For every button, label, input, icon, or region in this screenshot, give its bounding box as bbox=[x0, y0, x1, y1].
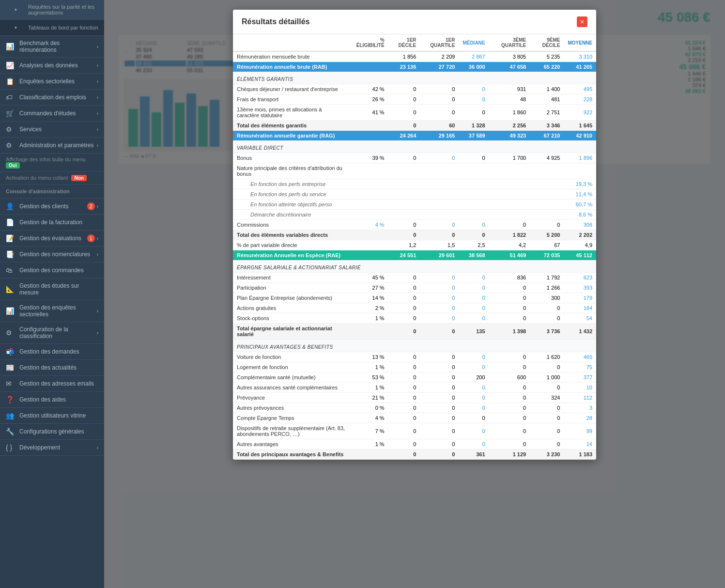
cell-label: Total des éléments garantis bbox=[233, 121, 349, 131]
cell-value bbox=[459, 163, 489, 174]
cell-value: 2 256 bbox=[489, 121, 530, 131]
toggle-menu-collant: Activation du menu collant Non bbox=[0, 172, 104, 173]
sidebar-item-classification[interactable]: 🏷 Classification des emplois › bbox=[0, 90, 104, 106]
clipboard-icon: 📋 bbox=[6, 77, 15, 85]
cell-value: 1 856 bbox=[388, 51, 420, 62]
cell-value: 37 589 bbox=[459, 131, 489, 141]
sidebar-item-services[interactable]: ⚙ Services › bbox=[0, 122, 104, 138]
cell-value: 3 805 bbox=[489, 51, 530, 62]
sidebar-item-requetes[interactable]: • Requêtes sur la parité et les augmenta… bbox=[0, 0, 104, 20]
sidebar: • Requêtes sur la parité et les augmenta… bbox=[0, 0, 104, 173]
cell-value: 23 136 bbox=[388, 62, 420, 72]
modal-title: Résultats détaillés bbox=[242, 17, 310, 26]
sidebar-item-tableaux[interactable]: • Tableaux de bord par fonction bbox=[0, 20, 104, 36]
cell-value: 0 bbox=[388, 94, 420, 105]
modal-resultats-detailles: Résultats détaillés × % ÉLIGIBILITÉ 1ER … bbox=[233, 10, 596, 173]
cell-value: 1 400 bbox=[530, 84, 564, 94]
col-header-moyenne: MOYENNE bbox=[564, 34, 596, 51]
cell-value: 0 bbox=[459, 94, 489, 105]
cell-value: 36 000 bbox=[459, 62, 489, 72]
sidebar-item-enquetes[interactable]: 📋 Enquêtes sectorielles › bbox=[0, 74, 104, 90]
cell-value: 0 bbox=[420, 84, 459, 94]
cell-value: 0 bbox=[459, 84, 489, 94]
cell-value: 2 209 bbox=[420, 51, 459, 62]
cart-icon: 🛒 bbox=[6, 109, 15, 117]
cell-label: 13ème mois, primes et allocations à cara… bbox=[233, 105, 349, 121]
table-row: Bonus39 %0001 7004 9251 896 bbox=[233, 153, 596, 163]
cell-value: 0 bbox=[388, 84, 420, 94]
modal-overlay[interactable]: Résultats détaillés × % ÉLIGIBILITÉ 1ER … bbox=[104, 0, 725, 173]
col-header-decile9: 9ÈME DÉCILE bbox=[530, 34, 564, 51]
cell-value bbox=[530, 163, 564, 174]
col-header-mediane: MÉDIANE bbox=[459, 34, 489, 51]
bullet-icon: • bbox=[15, 24, 24, 31]
admin-icon: ⚙ bbox=[6, 141, 15, 149]
cell-value: 2 751 bbox=[530, 105, 564, 121]
cell-value bbox=[349, 131, 388, 141]
table-row: Chèques déjeuner / restaurant d'entrepri… bbox=[233, 84, 596, 94]
cell-value: 0 bbox=[459, 105, 489, 121]
cell-label: Rémunération annuelle brute (RAB) bbox=[233, 62, 349, 72]
table-row: Rémunération mensuelle brute1 8562 2092 … bbox=[233, 51, 596, 62]
cell-label: Nature principale des critères d'attribu… bbox=[233, 163, 349, 174]
cell-value: 65 220 bbox=[530, 62, 564, 72]
sidebar-item-benchmark[interactable]: 📊 Benchmark des rémunérations › bbox=[0, 36, 104, 58]
cell-value: 5 235 bbox=[530, 51, 564, 62]
chart-icon: 📊 bbox=[6, 43, 15, 50]
cell-value: 60 bbox=[420, 121, 459, 131]
bullet-icon: • bbox=[15, 6, 24, 14]
cell-value: 3 346 bbox=[530, 121, 564, 131]
cell-value: 931 bbox=[489, 84, 530, 94]
modal-body: % ÉLIGIBILITÉ 1ER DÉCILE 1ER QUARTILE MÉ… bbox=[233, 34, 596, 173]
cell-value: 1 328 bbox=[459, 121, 489, 131]
table-row-section: ÉLÉMENTS GARANTIS bbox=[233, 72, 596, 84]
cell-value: 0 bbox=[420, 105, 459, 121]
cell-value: 26 % bbox=[349, 94, 388, 105]
cell-value: 0 bbox=[388, 153, 420, 163]
chevron-icon: › bbox=[97, 95, 98, 100]
sidebar-item-commandes[interactable]: 🛒 Commandes d'études › bbox=[0, 106, 104, 122]
cell-value bbox=[564, 163, 596, 174]
cell-value: 3 310 bbox=[564, 51, 596, 62]
services-icon: ⚙ bbox=[6, 125, 15, 133]
col-header-label bbox=[233, 34, 349, 51]
toggle-on-btn[interactable]: Oui bbox=[6, 162, 20, 169]
cell-value: 1 700 bbox=[489, 153, 530, 163]
cell-value: 0 bbox=[388, 105, 420, 121]
cell-value: 228 bbox=[564, 94, 596, 105]
cell-value: 922 bbox=[564, 105, 596, 121]
sidebar-item-administration[interactable]: ⚙ Administration et paramètres › bbox=[0, 138, 104, 154]
col-header-quartile1: 1ER QUARTILE bbox=[420, 34, 459, 51]
sidebar-item-analyses[interactable]: 📈 Analyses des données › bbox=[0, 58, 104, 74]
chevron-icon: › bbox=[97, 143, 98, 148]
table-row: Total des éléments garantis0601 3282 256… bbox=[233, 121, 596, 131]
chevron-icon: › bbox=[97, 63, 98, 68]
col-header-decile1: 1ER DÉCILE bbox=[388, 34, 420, 51]
cell-value: 47 658 bbox=[489, 62, 530, 72]
cell-value bbox=[349, 121, 388, 131]
cell-value: 1 896 bbox=[564, 153, 596, 163]
cell-value: 42 910 bbox=[564, 131, 596, 141]
cell-value: 0 bbox=[459, 153, 489, 163]
cell-value: 29 165 bbox=[420, 131, 459, 141]
cell-label: Rémunération annuelle garantie (RAG) bbox=[233, 131, 349, 141]
tag-icon: 🏷 bbox=[6, 93, 15, 101]
table-row: 13ème mois, primes et allocations à cara… bbox=[233, 105, 596, 121]
cell-value bbox=[388, 163, 420, 174]
table-row: Nature principale des critères d'attribu… bbox=[233, 163, 596, 174]
modal-header: Résultats détaillés × bbox=[233, 10, 596, 34]
cell-value: 41 % bbox=[349, 105, 388, 121]
cell-label: Bonus bbox=[233, 153, 349, 163]
cell-value: 27 720 bbox=[420, 62, 459, 72]
chevron-icon: › bbox=[97, 79, 98, 84]
toggle-infos-bulle: Affichage des infos bulle du menu Oui bbox=[0, 154, 104, 172]
results-table: % ÉLIGIBILITÉ 1ER DÉCILE 1ER QUARTILE MÉ… bbox=[233, 34, 596, 173]
modal-close-button[interactable]: × bbox=[577, 16, 587, 27]
table-row-section: VARIABLE DIRECT bbox=[233, 140, 596, 153]
cell-value: 49 323 bbox=[489, 131, 530, 141]
col-header-eligibility: % ÉLIGIBILITÉ bbox=[349, 34, 388, 51]
chevron-icon: › bbox=[97, 44, 98, 49]
table-row: Rémunération annuelle garantie (RAG)24 2… bbox=[233, 131, 596, 141]
cell-value: 481 bbox=[530, 94, 564, 105]
cell-value: 1 645 bbox=[564, 121, 596, 131]
